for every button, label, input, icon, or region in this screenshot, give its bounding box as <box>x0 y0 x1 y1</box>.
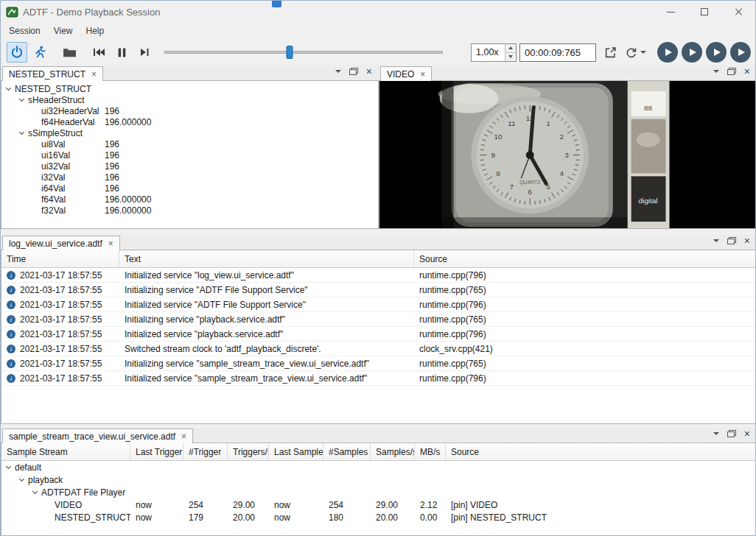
tree-row[interactable]: ui32HeaderVal 196 <box>1 105 378 116</box>
tree-expand-arrow[interactable] <box>18 476 25 483</box>
tab-close-icon[interactable]: × <box>91 70 97 79</box>
tree-row[interactable]: ui16Val 196 <box>1 149 378 161</box>
panel-menu-caret-icon[interactable] <box>713 70 719 73</box>
tree-expand-arrow[interactable] <box>32 185 38 191</box>
tree-row[interactable]: i32Val 196 <box>1 172 378 183</box>
panel-menu-caret-icon[interactable] <box>335 70 341 73</box>
column-header-triggers-per-s[interactable]: Triggers/s <box>228 443 269 460</box>
log-row[interactable]: i 2021-03-17 18:57:55 Initializing servi… <box>1 283 756 297</box>
close-button[interactable] <box>721 1 755 23</box>
log-row[interactable]: i 2021-03-17 18:57:55 Initializing servi… <box>1 312 756 327</box>
timeline-track[interactable] <box>164 51 443 54</box>
panel-float-icon[interactable] <box>349 68 358 75</box>
column-header-samples-per-s[interactable]: Samples/s <box>371 443 415 460</box>
tab-trace-view[interactable]: sample_stream_trace_view.ui_service.adtf… <box>2 429 193 443</box>
tree-expand-arrow[interactable] <box>32 207 38 214</box>
speed-decrease-button[interactable] <box>505 53 516 61</box>
timeline-slider-handle[interactable] <box>287 46 293 59</box>
panel-close-icon[interactable]: × <box>744 429 750 439</box>
tree-expand-arrow[interactable] <box>18 130 25 136</box>
column-header-last-trigger[interactable]: Last Trigger <box>130 443 183 460</box>
tab-nested-struct[interactable]: NESTED_STRUCT × <box>2 66 103 81</box>
skip-to-start-button[interactable] <box>88 42 109 63</box>
column-header-sample-stream[interactable]: Sample Stream <box>1 443 130 460</box>
tree-expand-arrow[interactable] <box>32 196 38 202</box>
panel-menu-caret-icon[interactable] <box>713 432 719 435</box>
time-display[interactable]: 00:00:09:765 <box>519 43 596 62</box>
log-row[interactable]: i 2021-03-17 18:57:55 Switched stream cl… <box>1 342 756 356</box>
column-header-num-trigger[interactable]: #Trigger <box>183 443 228 460</box>
timeline-slider[interactable] <box>164 41 443 63</box>
column-header-text[interactable]: Text <box>119 250 414 267</box>
tree-row[interactable]: f32Val 196.000000 <box>1 205 378 216</box>
panel-menu-caret-icon[interactable] <box>713 239 719 242</box>
tree-row[interactable]: ui32Val 196 <box>1 161 378 172</box>
tree-row[interactable]: sHeaderStruct <box>1 94 378 105</box>
tree-expand-arrow[interactable] <box>32 489 38 496</box>
export-button[interactable] <box>601 43 620 62</box>
column-header-last-sample[interactable]: Last Sample <box>269 443 323 460</box>
nav-circle-button-4[interactable] <box>730 42 751 63</box>
panel-float-icon[interactable] <box>727 68 736 75</box>
trace-row[interactable]: playback <box>1 473 756 486</box>
tree-expand-arrow[interactable] <box>5 464 12 470</box>
tree-expand-arrow[interactable] <box>5 85 12 92</box>
trace-row[interactable]: NESTED_STRUCT now 179 20.00 now 180 20.0… <box>1 511 756 523</box>
column-header-source[interactable]: Source <box>446 443 756 460</box>
tree-row[interactable]: f64HeaderVal 196.000000 <box>1 116 378 127</box>
tree-row[interactable]: sSimpleStruct <box>1 127 378 138</box>
tree-expand-arrow[interactable] <box>45 514 52 521</box>
speed-spinbox[interactable]: 1,00x <box>471 43 517 62</box>
loop-dropdown-caret[interactable] <box>640 51 646 54</box>
speed-increase-button[interactable] <box>505 44 516 53</box>
column-header-num-samples[interactable]: #Samples <box>323 443 371 460</box>
tree-expand-arrow[interactable] <box>32 152 38 158</box>
tree-row[interactable]: i64Val 196 <box>1 183 378 194</box>
log-row[interactable]: i 2021-03-17 18:57:55 Initialized servic… <box>1 297 756 312</box>
column-header-source[interactable]: Source <box>414 250 756 267</box>
menu-help[interactable]: Help <box>80 24 111 38</box>
nav-circle-button-1[interactable] <box>657 42 678 63</box>
tree-expand-arrow[interactable] <box>32 107 38 114</box>
trace-row[interactable]: ADTFDAT File Player <box>1 486 756 498</box>
power-button[interactable] <box>7 42 27 63</box>
log-row[interactable]: i 2021-03-17 18:57:55 Initialized servic… <box>1 268 756 283</box>
tab-close-icon[interactable]: × <box>420 70 425 79</box>
tree-row[interactable]: ui8Val 196 <box>1 138 378 149</box>
tab-close-icon[interactable]: × <box>108 239 113 248</box>
trace-row[interactable]: default <box>1 461 756 473</box>
open-file-button[interactable] <box>59 42 80 63</box>
log-row[interactable]: i 2021-03-17 18:57:55 Initialized servic… <box>1 327 756 342</box>
nav-circle-button-3[interactable] <box>706 42 727 63</box>
minimize-button[interactable] <box>654 1 687 23</box>
nav-circle-button-2[interactable] <box>682 42 702 63</box>
tab-close-icon[interactable]: × <box>181 432 186 441</box>
menu-view[interactable]: View <box>47 24 80 38</box>
panel-close-icon[interactable]: × <box>366 66 372 77</box>
column-header-time[interactable]: Time <box>1 250 119 267</box>
tree-expand-arrow[interactable] <box>32 141 38 147</box>
menu-session[interactable]: Session <box>2 24 47 38</box>
tree-expand-arrow[interactable] <box>32 163 38 169</box>
log-row[interactable]: i 2021-03-17 18:57:55 Initialized servic… <box>1 371 756 386</box>
panel-float-icon[interactable] <box>727 237 736 244</box>
tree-row[interactable]: f64Val 196.000000 <box>1 194 378 205</box>
run-button[interactable] <box>29 42 50 63</box>
tree-expand-arrow[interactable] <box>32 174 38 180</box>
tab-log-view[interactable]: log_view.ui_service.adtf × <box>2 236 120 250</box>
panel-close-icon[interactable]: × <box>744 66 750 77</box>
panel-close-icon[interactable]: × <box>744 236 750 246</box>
tree-expand-arrow[interactable] <box>45 501 52 508</box>
tree-row[interactable]: NESTED_STRUCT <box>1 83 378 94</box>
tree-expand-arrow[interactable] <box>18 96 25 103</box>
maximize-button[interactable] <box>687 1 721 23</box>
loop-button[interactable] <box>621 43 640 62</box>
trace-row[interactable]: VIDEO now 254 29.00 now 254 29.00 2.12 [… <box>1 498 756 511</box>
log-row[interactable]: i 2021-03-17 18:57:55 Initializing servi… <box>1 356 756 371</box>
pause-button[interactable] <box>111 42 132 63</box>
skip-to-end-button[interactable] <box>134 42 155 63</box>
panel-float-icon[interactable] <box>727 430 736 437</box>
tab-video[interactable]: VIDEO × <box>380 66 432 81</box>
tree-expand-arrow[interactable] <box>32 119 38 125</box>
column-header-mb-per-s[interactable]: MB/s <box>415 443 446 460</box>
